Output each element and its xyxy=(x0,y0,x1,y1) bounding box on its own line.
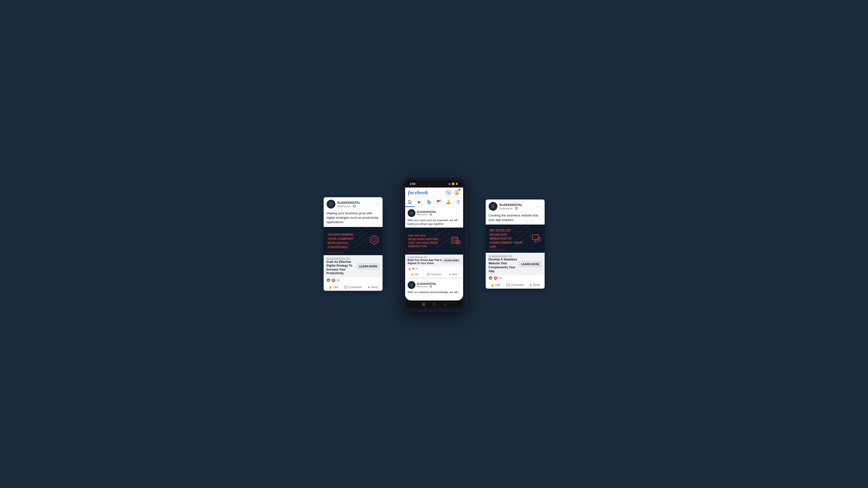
fb-card-left: S SLEEKDIGITAL Sponsored · 🌐 ··· Helping… xyxy=(323,197,382,291)
fb-app-header: facebook 🔍 🔔 xyxy=(405,188,463,198)
svg-point-1 xyxy=(372,238,376,242)
cta-url-right: SLEEKDESIGN.SG xyxy=(489,255,519,258)
notification-button[interactable]: 🔔 xyxy=(453,189,460,196)
card-image-icon-left xyxy=(369,234,380,248)
phone-partial-meta: SLEEKDIGITAL Sponsored · 🌐 xyxy=(417,282,455,288)
card-image-icon-right xyxy=(531,232,542,245)
phone-notch xyxy=(427,180,441,184)
card-logo-left: S SLEEKDIGITAL xyxy=(327,251,344,253)
phone-avatar-center: S xyxy=(408,209,415,217)
comment-button-right[interactable]: 💬 Comment xyxy=(505,282,525,288)
like-button-left[interactable]: 👍 Like xyxy=(323,284,343,290)
card-actions-right: 👍 Like 💬 Comment ➤ Send xyxy=(486,281,545,288)
phone-brand-partial: SLEEKDIGITAL xyxy=(417,282,455,285)
phone-brand-center: SLEEKDIGITAL xyxy=(417,210,455,213)
phone-card-icon-center: </> xyxy=(451,235,461,247)
phone-nav-back[interactable]: ◁ xyxy=(443,302,446,306)
card-body-left: Helping your business grow with digital … xyxy=(323,210,382,227)
send-button-left[interactable]: ➤ Send xyxy=(363,284,382,290)
cta-title-left: Craft An Effective Digital Strategy To I… xyxy=(327,260,357,275)
phone-card-headline-center: THE TOP APP DEVELOPER PARTNER THAT YOU H… xyxy=(408,234,439,248)
send-button-right[interactable]: ➤ Send xyxy=(525,282,545,288)
fb-feed: S SLEEKDIGITAL Sponsored · 🌐 ··· With yo… xyxy=(405,207,463,300)
card-header-left: S SLEEKDIGITAL Sponsored · 🌐 ··· xyxy=(323,197,382,210)
heart-icon-right: ❤ xyxy=(494,276,497,280)
phone-time: 2:55 xyxy=(410,183,415,185)
avatar-left: S xyxy=(327,200,335,209)
nav-notifications[interactable]: 🔔 xyxy=(444,198,453,207)
card-body-right: Creating the seamless website that your … xyxy=(486,212,545,225)
notification-badge xyxy=(458,189,461,191)
phone-status-bar: 2:55 ▤ 📶 🔋 xyxy=(405,180,463,188)
like-icon-right: 👍 xyxy=(489,276,493,280)
phone-reaction-count-center: 14 xyxy=(415,267,418,270)
main-scene: S SLEEKDIGITAL Sponsored · 🌐 ··· Helping… xyxy=(323,180,545,308)
phone-learn-btn-center[interactable]: LEARN MORE xyxy=(442,258,461,263)
phone-nav-recent[interactable]: ⊞ xyxy=(422,302,425,306)
phone-card-reactions-center: 👍 ❤ 14 xyxy=(405,266,463,271)
nav-menu[interactable]: ☰ xyxy=(453,198,463,207)
card-image-headline-right: WE DEVELOP SEAMLESS WEBSITES TO COMPLEME… xyxy=(490,228,523,249)
phone-cta-url-center: SLEEKDESIGN.SG xyxy=(408,256,442,259)
facebook-logo: facebook xyxy=(408,189,428,196)
like-button-right[interactable]: 👍 Like xyxy=(486,282,505,288)
phone-card-meta-center: SLEEKDIGITAL Sponsored · 🌐 xyxy=(417,210,455,216)
comment-button-left[interactable]: 💬 Comment xyxy=(343,284,363,290)
card-header-right: S SLEEKDIGITAL Sponsored · 🌐 ··· xyxy=(486,200,545,212)
phone-options-partial[interactable]: ··· xyxy=(456,283,461,287)
phone-card-actions-center: 👍 Like 💬 Comment ➤ Send xyxy=(405,271,463,277)
phone-card-cta-center: SLEEKDESIGN.SG Build Your Dream App That… xyxy=(405,255,463,266)
fb-card-right: S SLEEKDIGITAL Sponsored · 🌐 ··· Creatin… xyxy=(486,200,545,289)
search-button[interactable]: 🔍 xyxy=(445,189,452,196)
learn-more-button-left[interactable]: LEARN MORE xyxy=(357,263,380,269)
avatar-right: S xyxy=(489,202,497,211)
card-options-right[interactable]: ··· xyxy=(536,204,541,209)
card-cta-right: SLEEKDESIGN.SG Develop A Seamless Websit… xyxy=(486,253,545,275)
phone-bottom-bar: ⊞ ⬡ ◁ xyxy=(405,300,463,308)
phone-status-icons: ▤ 📶 🔋 xyxy=(448,183,458,185)
card-actions-left: 👍 Like 💬 Comment ➤ Send xyxy=(323,283,382,291)
phone-card-center: S SLEEKDIGITAL Sponsored · 🌐 ··· With yo… xyxy=(405,207,463,279)
phone-card-body-center: With your vision and our expertise, we w… xyxy=(405,218,463,228)
brand-name-left: SLEEKDIGITAL xyxy=(337,201,372,204)
card-image-headline-left: TRANSFORMING YOUR COMPANY WITH DIGITAL S… xyxy=(328,233,361,250)
sponsored-label-left: Sponsored · 🌐 xyxy=(337,204,372,208)
nav-marketplace[interactable]: 🏪 xyxy=(424,198,434,207)
phone-sponsored-center: Sponsored · 🌐 xyxy=(417,213,455,216)
cta-title-right: Develop A Seamless Website That Compleme… xyxy=(489,258,519,273)
like-icon-left: 👍 xyxy=(327,278,331,282)
phone-card-logo-center: S SLEEKDIGITAL xyxy=(408,252,423,253)
card-cta-left: SLEEKDESIGN.SG Craft An Effective Digita… xyxy=(323,255,382,277)
card-image-left: TRANSFORMING YOUR COMPANY WITH DIGITAL S… xyxy=(323,227,382,255)
phone-send-btn-center[interactable]: ➤ Send xyxy=(444,272,463,277)
nav-groups[interactable]: 🚩 xyxy=(434,198,443,207)
phone-comment-btn-center[interactable]: 💬 Comment xyxy=(424,272,444,277)
sponsored-label-right: Sponsored · 🌐 xyxy=(499,207,534,210)
card-options-left[interactable]: ··· xyxy=(374,201,379,207)
learn-more-button-right[interactable]: LEARN MORE xyxy=(519,261,542,267)
card-reactions-right: 👍 ❤ 14 xyxy=(486,275,545,281)
phone-screen: facebook 🔍 🔔 🏠 ▶ 🏪 🚩 🔔 xyxy=(405,188,463,300)
nav-video[interactable]: ▶ xyxy=(415,198,424,207)
fb-navigation: 🏠 ▶ 🏪 🚩 🔔 ☰ xyxy=(405,198,463,207)
phone-heart-icon-center: ❤ xyxy=(412,267,414,270)
phone-like-btn-center[interactable]: 👍 Like xyxy=(405,272,425,277)
card-logo-right: S SLEEKDIGITAL xyxy=(489,249,506,251)
phone-nav-home[interactable]: ⬡ xyxy=(433,302,436,306)
fb-header-icons: 🔍 🔔 xyxy=(445,189,460,196)
phone-sponsored-partial: Sponsored · 🌐 xyxy=(417,285,455,288)
phone-card-header-center: S SLEEKDIGITAL Sponsored · 🌐 ··· xyxy=(405,207,463,218)
brand-name-right: SLEEKDIGITAL xyxy=(499,203,534,207)
phone-avatar-partial: S xyxy=(408,281,415,289)
svg-marker-0 xyxy=(370,235,378,244)
phone-partial-header: S SLEEKDIGITAL Sponsored · 🌐 ··· xyxy=(405,279,463,290)
card-meta-left: SLEEKDIGITAL Sponsored · 🌐 xyxy=(337,201,372,208)
nav-home[interactable]: 🏠 xyxy=(405,198,415,207)
reaction-count-right: 14 xyxy=(498,276,502,280)
phone-shell: 2:55 ▤ 📶 🔋 facebook 🔍 🔔 xyxy=(402,177,466,311)
phone: 2:55 ▤ 📶 🔋 facebook 🔍 🔔 xyxy=(402,177,466,311)
svg-text:</>: </> xyxy=(457,241,461,243)
phone-cta-title-center: Build Your Dream App That Is Aligned To … xyxy=(408,259,442,265)
phone-card-options-center[interactable]: ··· xyxy=(456,211,461,215)
phone-body-partial: With our expertise and knowledge, we wil… xyxy=(405,290,463,296)
